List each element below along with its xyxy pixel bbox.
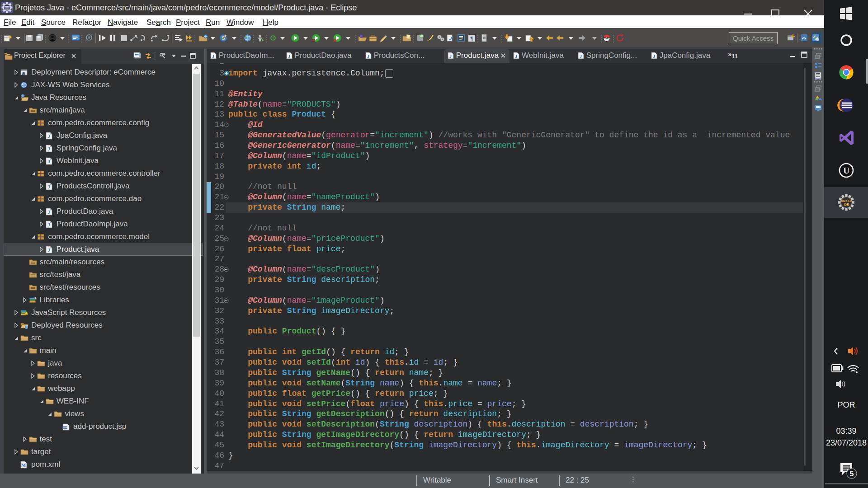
svg-text:J: J — [515, 54, 517, 59]
svg-text:J: J — [47, 247, 50, 253]
svg-text:IDE: IDE — [844, 203, 849, 206]
svg-text:S: S — [222, 35, 225, 41]
svg-text:J: J — [653, 54, 655, 59]
svg-text:J: J — [580, 54, 582, 59]
svg-text:J: J — [47, 209, 50, 215]
svg-text:5: 5 — [850, 470, 854, 478]
svg-text:U: U — [843, 166, 849, 175]
svg-text:M: M — [21, 462, 26, 468]
svg-text:J: J — [47, 184, 50, 189]
svg-text:¶: ¶ — [471, 35, 473, 42]
svg-text:J: J — [47, 222, 50, 227]
svg-text:J: J — [449, 54, 452, 59]
svg-text:J: J — [212, 54, 214, 59]
svg-text:3.1: 3.1 — [22, 72, 25, 75]
svg-text:J: J — [47, 133, 50, 139]
svg-text:Java EE: Java EE — [840, 199, 853, 202]
svg-text:POR: POR — [837, 400, 855, 409]
svg-text:23/07/2018: 23/07/2018 — [826, 438, 867, 447]
svg-text:JSP: JSP — [63, 426, 68, 429]
svg-text:J: J — [47, 159, 50, 164]
svg-text:J: J — [288, 54, 290, 59]
svg-text:c: c — [421, 34, 423, 38]
svg-text:J: J — [367, 54, 369, 59]
svg-text:03:39: 03:39 — [836, 427, 856, 436]
svg-text:J: J — [47, 146, 50, 151]
